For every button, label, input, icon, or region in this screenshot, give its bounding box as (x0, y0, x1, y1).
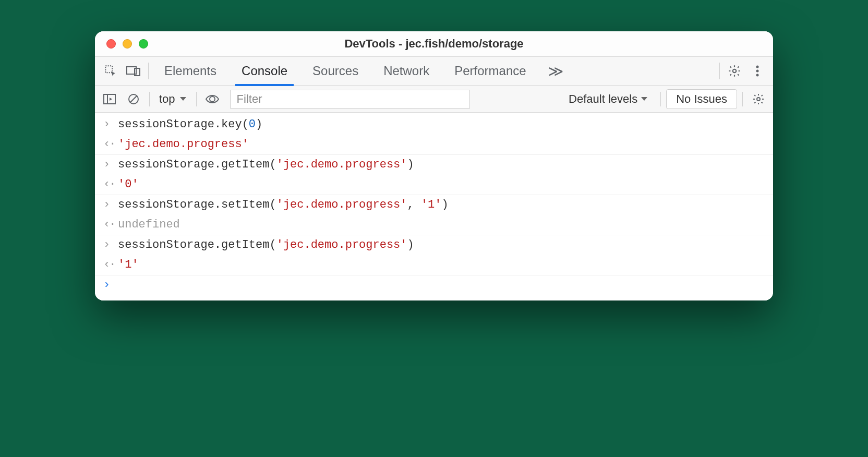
code: sessionStorage.key(0) (118, 117, 262, 133)
separator (149, 92, 150, 106)
console-input-row: › sessionStorage.key(0) (95, 115, 773, 135)
log-levels-selector[interactable]: Default levels (561, 92, 655, 106)
tab-network[interactable]: Network (371, 56, 442, 86)
separator (148, 63, 149, 79)
separator (742, 92, 743, 106)
console-prompt-row[interactable]: › (95, 275, 773, 295)
prompt-icon: › (103, 237, 118, 253)
code: '1' (118, 257, 139, 273)
devtools-window: DevTools - jec.fish/demo/storage Element… (95, 31, 773, 300)
chevron-down-icon (641, 97, 648, 102)
tabs-bar: Elements Console Sources Network Perform… (95, 56, 773, 86)
return-icon: ‹· (103, 137, 118, 152)
titlebar: DevTools - jec.fish/demo/storage (95, 31, 773, 56)
separator (660, 92, 661, 106)
maximize-window-button[interactable] (139, 39, 148, 49)
svg-point-4 (756, 66, 759, 68)
return-icon: ‹· (103, 217, 118, 233)
console-settings-icon[interactable] (748, 89, 769, 110)
svg-point-5 (756, 70, 759, 73)
svg-line-10 (130, 96, 137, 102)
more-tabs-button[interactable]: ≫ (539, 63, 573, 80)
separator (196, 92, 197, 106)
console-input-row: › sessionStorage.setItem('jec.demo.progr… (95, 195, 773, 215)
code: '0' (118, 177, 139, 193)
levels-label: Default levels (569, 92, 637, 106)
console-output-row: ‹· undefined (95, 215, 773, 235)
return-icon: ‹· (103, 177, 118, 193)
device-toolbar-icon[interactable] (122, 59, 145, 82)
live-expression-icon[interactable] (202, 89, 223, 110)
minimize-window-button[interactable] (123, 39, 132, 49)
context-selector[interactable]: top (155, 92, 191, 106)
code: sessionStorage.getItem('jec.demo.progres… (118, 157, 414, 173)
tab-elements[interactable]: Elements (152, 56, 229, 86)
issues-label: No Issues (676, 92, 727, 106)
inspect-icon[interactable] (99, 59, 122, 82)
svg-point-3 (733, 69, 737, 73)
console-output-row: ‹· 'jec.demo.progress' (95, 135, 773, 154)
issues-button[interactable]: No Issues (666, 89, 737, 109)
console-input-row: › sessionStorage.getItem('jec.demo.progr… (95, 154, 773, 175)
kebab-menu-icon[interactable] (746, 59, 769, 82)
tab-performance[interactable]: Performance (442, 56, 538, 86)
svg-point-11 (210, 97, 215, 102)
window-title: DevTools - jec.fish/demo/storage (95, 37, 773, 51)
context-label: top (159, 92, 175, 106)
filter-input[interactable] (230, 90, 470, 109)
svg-point-6 (756, 74, 759, 77)
traffic-lights (95, 39, 148, 49)
settings-icon[interactable] (723, 59, 746, 82)
chevron-down-icon (179, 97, 187, 102)
separator (719, 63, 720, 79)
prompt-icon: › (103, 197, 118, 213)
console-output-row: ‹· '1' (95, 255, 773, 275)
console-toolbar: top Default levels No Issues (95, 86, 773, 113)
prompt-icon: › (103, 157, 118, 173)
code: sessionStorage.getItem('jec.demo.progres… (118, 237, 414, 253)
console-input-row: › sessionStorage.getItem('jec.demo.progr… (95, 235, 773, 255)
prompt-icon: › (103, 278, 118, 293)
clear-console-icon[interactable] (123, 89, 144, 110)
console-output: › sessionStorage.key(0) ‹· 'jec.demo.pro… (95, 113, 773, 300)
toggle-sidebar-icon[interactable] (99, 89, 120, 110)
svg-point-12 (757, 98, 760, 101)
code: sessionStorage.setItem('jec.demo.progres… (118, 197, 449, 213)
code: 'jec.demo.progress' (118, 137, 249, 152)
tab-console[interactable]: Console (229, 56, 300, 86)
close-window-button[interactable] (106, 39, 116, 49)
tab-sources[interactable]: Sources (300, 56, 371, 86)
prompt-icon: › (103, 117, 118, 133)
code: undefined (118, 217, 180, 233)
return-icon: ‹· (103, 257, 118, 273)
console-output-row: ‹· '0' (95, 175, 773, 195)
